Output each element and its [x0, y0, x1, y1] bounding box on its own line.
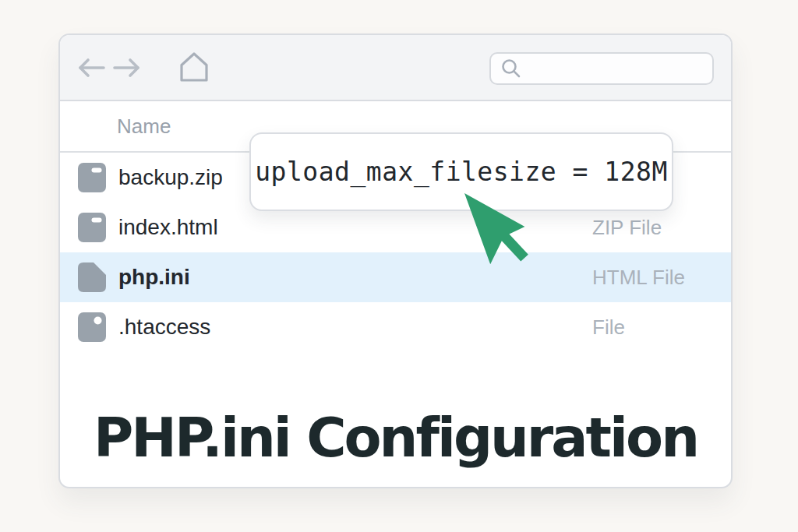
- file-icon-dot: [78, 312, 106, 342]
- back-arrow-icon: [74, 54, 108, 82]
- file-icon: [78, 163, 106, 192]
- file-icon: [78, 213, 106, 242]
- file-name: index.html: [118, 215, 218, 240]
- illustration-canvas: Name backup.zip index.html ZIP File: [0, 0, 798, 532]
- file-name: .htaccess: [118, 315, 210, 340]
- file-row-php-ini[interactable]: php.ini HTML File: [60, 252, 731, 302]
- file-row-htaccess[interactable]: .htaccess File: [60, 302, 731, 352]
- file-type-label: ZIP File: [592, 216, 662, 240]
- tooltip-code-text: upload_max_filesize = 128M: [255, 157, 668, 187]
- toolbar: [60, 35, 731, 101]
- name-column-header: Name: [117, 115, 171, 139]
- back-button[interactable]: [74, 54, 108, 82]
- page-title: PHP.ini Configuration: [60, 406, 731, 470]
- mouse-cursor-icon: [433, 185, 558, 310]
- home-icon: [177, 51, 211, 83]
- search-box[interactable]: [489, 52, 714, 85]
- forward-arrow-icon: [110, 54, 144, 82]
- file-manager-window: Name backup.zip index.html ZIP File: [58, 33, 733, 488]
- forward-button[interactable]: [110, 54, 144, 82]
- file-name: backup.zip: [118, 165, 223, 190]
- file-type-label: HTML File: [592, 266, 685, 290]
- search-icon: [500, 58, 522, 79]
- home-button[interactable]: [177, 51, 211, 83]
- file-type-label: File: [592, 315, 625, 340]
- search-input[interactable]: [527, 53, 736, 84]
- file-name: php.ini: [118, 265, 190, 290]
- file-icon-folded-corner: [78, 262, 106, 292]
